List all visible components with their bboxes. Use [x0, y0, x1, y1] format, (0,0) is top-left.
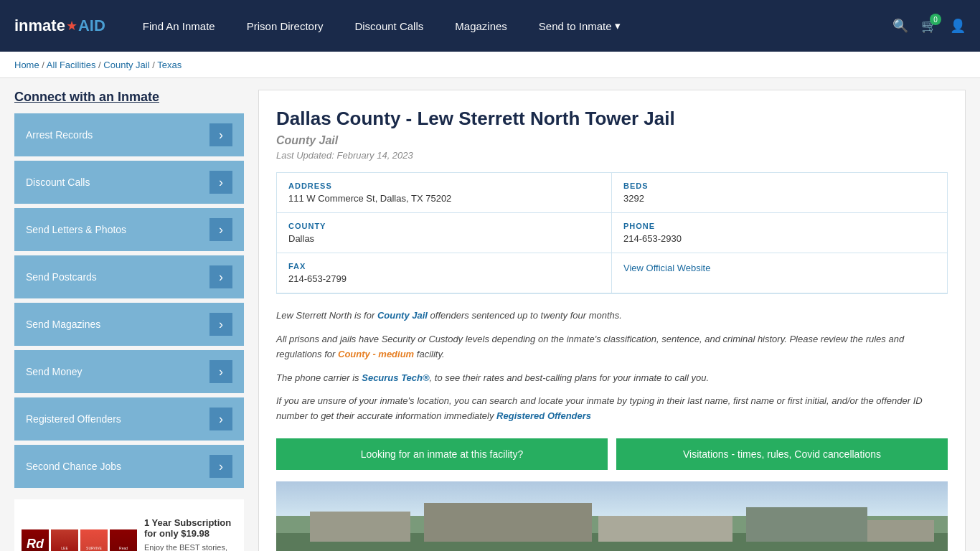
beds-cell: BEDS 3292: [612, 173, 947, 213]
building-4: [746, 507, 867, 542]
sidebar: Connect with an Inmate Arrest Records › …: [14, 90, 244, 551]
registered-offenders-link[interactable]: Registered Offenders: [496, 410, 591, 421]
ad-content: 1 Year Subscription for only $19.98 Enjo…: [144, 517, 237, 551]
sidebar-item-label: Discount Calls: [26, 176, 90, 188]
description-1: Lew Sterrett North is for County Jail of…: [276, 309, 948, 324]
fax-cell: FAX 214-653-2799: [277, 253, 612, 293]
arrow-icon: ›: [209, 408, 232, 430]
ad-logo: Rd: [27, 537, 44, 552]
sidebar-item-arrest-records[interactable]: Arrest Records ›: [14, 113, 244, 156]
site-header: inmate ★ AID Find An Inmate Prison Direc…: [0, 0, 980, 52]
ad-books: Rd READER'S DIGEST LEE SURVIVE Read: [22, 529, 137, 551]
sidebar-item-label: Send Money: [26, 366, 83, 377]
sidebar-title: Connect with an Inmate: [14, 90, 244, 105]
logo[interactable]: inmate ★ AID: [14, 17, 105, 35]
arrow-icon: ›: [209, 171, 232, 194]
ad-book-3: SURVIVE: [80, 529, 108, 551]
sidebar-item-label: Second Chance Jobs: [26, 461, 121, 472]
address-cell: ADDRESS 111 W Commerce St, Dallas, TX 75…: [277, 173, 612, 213]
user-icon[interactable]: 👤: [950, 18, 966, 34]
facility-title: Dallas County - Lew Sterrett North Tower…: [276, 108, 948, 130]
breadcrumb-all-facilities[interactable]: All Facilities: [47, 60, 96, 70]
ad-subtitle: Enjoy the BEST stories, advice & jokes!: [144, 543, 237, 551]
website-cell: View Official Website: [612, 253, 947, 293]
sidebar-item-label: Send Postcards: [26, 271, 97, 283]
building-2: [424, 503, 592, 542]
sidebar-item-send-money[interactable]: Send Money ›: [14, 350, 244, 393]
sidebar-item-second-chance-jobs[interactable]: Second Chance Jobs ›: [14, 445, 244, 488]
county-cell: COUNTY Dallas: [277, 213, 612, 253]
header-icons: 🔍 🛒 0 👤: [892, 18, 966, 34]
breadcrumb: Home / All Facilities / County Jail / Te…: [14, 60, 182, 70]
cart-badge: 0: [930, 14, 941, 25]
arrow-icon: ›: [209, 218, 232, 241]
phone-label: PHONE: [623, 222, 936, 230]
nav-discount-calls[interactable]: Discount Calls: [339, 20, 439, 32]
cta-buttons: Looking for an inmate at this facility? …: [276, 438, 948, 470]
description-3: The phone carrier is Securus Tech®, to s…: [276, 371, 948, 386]
fax-value: 214-653-2799: [288, 273, 600, 284]
county-label: COUNTY: [288, 222, 600, 230]
sidebar-item-label: Registered Offenders: [26, 413, 121, 425]
address-label: ADDRESS: [288, 182, 600, 190]
beds-label: BEDS: [623, 182, 936, 190]
chevron-down-icon: ▾: [615, 19, 621, 32]
sidebar-item-send-letters[interactable]: Send Letters & Photos ›: [14, 208, 244, 251]
beds-value: 3292: [623, 193, 936, 204]
ad-book-1: Rd READER'S DIGEST: [22, 529, 49, 551]
search-icon[interactable]: 🔍: [892, 18, 908, 34]
facility-last-updated: Last Updated: February 14, 2023: [276, 150, 948, 161]
ad-book-4: Read: [110, 529, 137, 551]
sidebar-item-send-magazines[interactable]: Send Magazines ›: [14, 303, 244, 346]
building-1: [310, 512, 410, 542]
find-inmate-button[interactable]: Looking for an inmate at this facility?: [276, 438, 608, 470]
ad-inner: Rd READER'S DIGEST LEE SURVIVE Read 1 Ye…: [14, 499, 244, 551]
nav-send-to-inmate[interactable]: Send to Inmate ▾: [523, 19, 636, 32]
sidebar-item-label: Send Letters & Photos: [26, 224, 126, 235]
phone-cell: PHONE 214-653-2930: [612, 213, 947, 253]
facility-description: Lew Sterrett North is for County Jail of…: [276, 309, 948, 424]
nav-find-inmate[interactable]: Find An Inmate: [127, 20, 231, 32]
phone-value: 214-653-2930: [623, 233, 936, 244]
view-website-link[interactable]: View Official Website: [623, 263, 710, 273]
county-value: Dallas: [288, 233, 600, 244]
ad-title: 1 Year Subscription for only $19.98: [144, 517, 237, 539]
ad-book-2: LEE: [51, 529, 78, 551]
sidebar-item-send-postcards[interactable]: Send Postcards ›: [14, 255, 244, 298]
facility-info-grid: ADDRESS 111 W Commerce St, Dallas, TX 75…: [276, 172, 948, 294]
main-nav: Find An Inmate Prison Directory Discount…: [127, 19, 892, 32]
ad-banner[interactable]: Rd READER'S DIGEST LEE SURVIVE Read 1 Ye…: [14, 499, 244, 551]
description-4: If you are unsure of your inmate's locat…: [276, 394, 948, 424]
arrow-icon: ›: [209, 313, 232, 336]
building-scene: [276, 481, 948, 551]
county-medium-link[interactable]: County - medium: [338, 349, 414, 359]
address-value: 111 W Commerce St, Dallas, TX 75202: [288, 193, 600, 204]
facility-content: Dallas County - Lew Sterrett North Tower…: [258, 90, 966, 551]
building-3: [598, 516, 732, 542]
arrow-icon: ›: [209, 265, 232, 288]
breadcrumb-home[interactable]: Home: [14, 60, 39, 70]
visitations-button[interactable]: Visitations - times, rules, Covid cancel…: [616, 438, 948, 470]
nav-prison-directory[interactable]: Prison Directory: [231, 20, 339, 32]
arrow-icon: ›: [209, 360, 232, 383]
sidebar-item-registered-offenders[interactable]: Registered Offenders ›: [14, 397, 244, 441]
building-5: [867, 520, 935, 542]
cart-icon[interactable]: 🛒 0: [921, 18, 937, 34]
facility-image: [276, 481, 948, 551]
logo-icon: ★: [66, 18, 77, 34]
nav-magazines[interactable]: Magazines: [439, 20, 523, 32]
breadcrumb-texas[interactable]: Texas: [157, 60, 182, 70]
facility-type: County Jail: [276, 134, 948, 147]
sidebar-item-label: Arrest Records: [26, 129, 93, 141]
description-2: All prisons and jails have Security or C…: [276, 332, 948, 362]
main-container: Connect with an Inmate Arrest Records › …: [0, 78, 980, 551]
county-jail-link-1[interactable]: County Jail: [377, 310, 428, 321]
arrow-icon: ›: [209, 123, 232, 146]
securus-link[interactable]: Securus Tech®: [362, 372, 429, 383]
arrow-icon: ›: [209, 455, 232, 478]
sidebar-item-label: Send Magazines: [26, 319, 100, 330]
fax-label: FAX: [288, 262, 600, 270]
sidebar-item-discount-calls[interactable]: Discount Calls ›: [14, 161, 244, 204]
breadcrumb-bar: Home / All Facilities / County Jail / Te…: [0, 52, 980, 78]
breadcrumb-county-jail[interactable]: County Jail: [103, 60, 149, 70]
